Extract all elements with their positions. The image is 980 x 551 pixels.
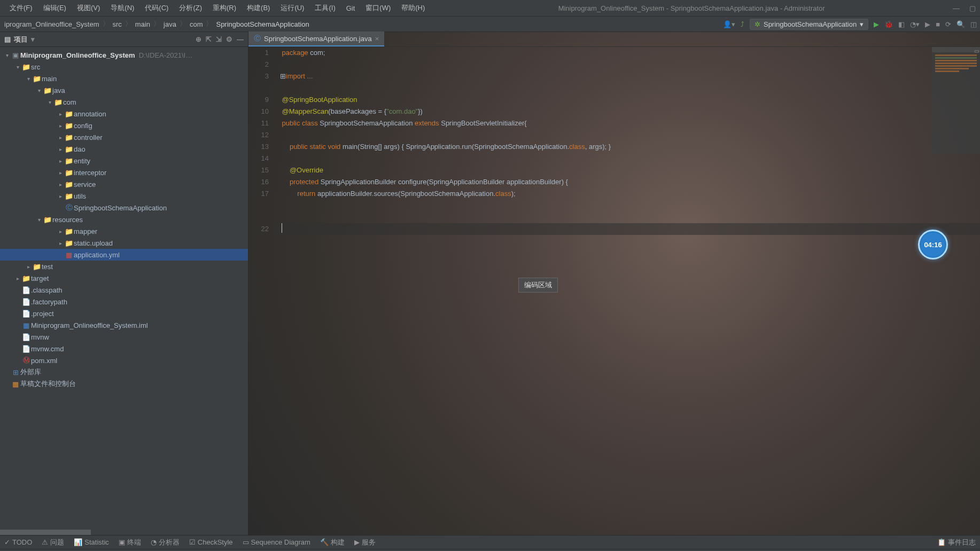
menu-file[interactable]: 文件(F)	[4, 3, 38, 13]
tree-label: Miniprogram_Onlineoffice_System	[20, 51, 135, 59]
status-bar: intelliJ IDEA2021.1.3可用 // 更新… (4 分钟 之前)…	[0, 549, 980, 551]
code-editor[interactable]: 123 910 111213 141516 17 22 package com;…	[248, 47, 980, 235]
tree-external-libraries[interactable]: ⊞外部库	[0, 366, 248, 378]
editor-area: Ⓒ SpringbootSchemaApplication.java × 123…	[248, 32, 980, 535]
horizontal-scrollbar[interactable]	[0, 530, 248, 535]
tree-folder[interactable]: ▸📁mapper	[0, 225, 248, 237]
tool-services[interactable]: ▶ 服务	[354, 538, 376, 547]
tree-label: mapper	[74, 227, 97, 235]
menu-analyze[interactable]: 分析(Z)	[174, 3, 207, 13]
tree-label: mvnw	[31, 333, 49, 341]
attach-icon[interactable]: ▶	[925, 20, 930, 28]
tree-folder-main[interactable]: ▾📁main	[0, 73, 248, 84]
menu-code[interactable]: 代码(C)	[139, 3, 174, 13]
breadcrumb-item[interactable]: SpringbootSchemaApplication	[215, 20, 310, 28]
run-configuration-selector[interactable]: ✲ SpringbootSchemaApplication ▾	[750, 19, 868, 30]
tree-file[interactable]: 📄.project	[0, 308, 248, 319]
user-icon[interactable]: 👤▾	[723, 20, 735, 28]
tree-folder-resources[interactable]: ▾📁resources	[0, 214, 248, 225]
code-minimap[interactable]: ▭	[932, 47, 980, 154]
hide-icon[interactable]: —	[237, 35, 244, 43]
breadcrumb-item[interactable]: src	[112, 20, 123, 28]
close-icon[interactable]: ×	[375, 35, 379, 43]
tree-file-pom[interactable]: Ⓜpom.xml	[0, 355, 248, 366]
menu-view[interactable]: 视图(V)	[72, 3, 105, 13]
breadcrumb-item[interactable]: main	[134, 20, 151, 28]
collapse-icon[interactable]: ⇲	[216, 35, 222, 43]
build-icon[interactable]: ⤴	[741, 20, 744, 28]
menu-window[interactable]: 窗口(W)	[360, 3, 396, 13]
tree-root[interactable]: ▾▣Miniprogram_Onlineoffice_System D:\IDE…	[0, 49, 248, 61]
tree-folder-test[interactable]: ▸📁test	[0, 261, 248, 272]
tool-sequence-diagram[interactable]: ▭ Sequence Diagram	[243, 538, 310, 546]
menu-help[interactable]: 帮助(H)	[396, 3, 430, 13]
tool-statistic[interactable]: 📊 Statistic	[74, 538, 109, 546]
menu-build[interactable]: 构建(B)	[242, 3, 275, 13]
tool-build[interactable]: 🔨 构建	[320, 538, 345, 547]
stop-icon[interactable]: ■	[936, 20, 940, 28]
tool-todo[interactable]: ✓ TODO	[4, 538, 32, 546]
expand-icon[interactable]: ⇱	[206, 35, 212, 43]
navigation-toolbar: iprogram_Onlineoffice_System〉 src〉 main〉…	[0, 16, 980, 32]
tree-label: test	[42, 263, 53, 271]
tree-label: service	[74, 180, 96, 188]
editor-tab[interactable]: Ⓒ SpringbootSchemaApplication.java ×	[248, 32, 384, 46]
tree-package-com[interactable]: ▾📁com	[0, 96, 248, 108]
tree-package[interactable]: ▸📁controller	[0, 131, 248, 143]
locate-icon[interactable]: ⊕	[196, 35, 201, 43]
debug-icon[interactable]: 🐞	[884, 20, 893, 28]
profile-icon[interactable]: ◔▾	[910, 20, 920, 28]
menu-run[interactable]: 运行(U)	[275, 3, 309, 13]
run-icon[interactable]: ▶	[874, 20, 879, 28]
tool-profiler[interactable]: ◔ 分析器	[151, 538, 180, 547]
tree-file-application-yml[interactable]: ▦application.yml	[0, 249, 248, 261]
tree-folder[interactable]: ▸📁static.upload	[0, 237, 248, 249]
tree-class-app[interactable]: ⒸSpringbootSchemaApplication	[0, 202, 248, 214]
search-icon[interactable]: 🔍	[956, 20, 965, 28]
breadcrumb-item[interactable]: com	[189, 20, 204, 28]
gear-icon[interactable]: ⚙	[226, 35, 232, 43]
tree-package[interactable]: ▸📁dao	[0, 143, 248, 155]
tool-terminal[interactable]: ▣ 终端	[119, 538, 141, 547]
maximize-icon[interactable]: ▢	[969, 4, 976, 12]
tree-package[interactable]: ▸📁interceptor	[0, 167, 248, 178]
tree-folder-src[interactable]: ▾📁src	[0, 61, 248, 73]
menu-edit[interactable]: 编辑(E)	[38, 3, 72, 13]
tree-package[interactable]: ▸📁entity	[0, 155, 248, 167]
tree-file[interactable]: 📄.factorypath	[0, 296, 248, 308]
tree-package[interactable]: ▸📁utils	[0, 190, 248, 202]
tool-problems[interactable]: ⚠ 问题	[42, 538, 64, 547]
tree-package[interactable]: ▸📁annotation	[0, 108, 248, 120]
tree-package[interactable]: ▸📁config	[0, 120, 248, 131]
minimize-icon[interactable]: —	[953, 4, 960, 12]
java-class-icon: Ⓒ	[254, 34, 261, 43]
menu-nav[interactable]: 导航(N)	[105, 3, 139, 13]
tree-file[interactable]: 📄mvnw.cmd	[0, 343, 248, 355]
breadcrumb-item[interactable]: iprogram_Onlineoffice_System	[3, 20, 100, 28]
git-update-icon[interactable]: ⟳	[945, 20, 951, 28]
tree-folder-java[interactable]: ▾📁java	[0, 84, 248, 96]
menu-refactor[interactable]: 重构(R)	[207, 3, 242, 13]
tree-label: Miniprogram_Onlineoffice_System.iml	[31, 321, 148, 329]
project-tree[interactable]: ▾▣Miniprogram_Onlineoffice_System D:\IDE…	[0, 47, 248, 530]
settings-icon[interactable]: ◫	[970, 20, 977, 28]
tree-file-iml[interactable]: ▦Miniprogram_Onlineoffice_System.iml	[0, 319, 248, 331]
tool-event-log[interactable]: 📋 事件日志	[937, 538, 976, 547]
tree-label: dao	[74, 145, 85, 153]
tree-package[interactable]: ▸📁service	[0, 178, 248, 190]
tree-path: D:\IDEA-2021\I…	[139, 51, 192, 59]
run-config-name: SpringbootSchemaApplication	[764, 20, 857, 28]
menu-tools[interactable]: 工具(I)	[309, 3, 340, 13]
menu-git[interactable]: Git	[341, 4, 361, 12]
reader-mode-icon[interactable]: ▭	[974, 48, 979, 51]
timer-badge[interactable]: 04:16	[918, 230, 948, 259]
chevron-down-icon[interactable]: ▾	[31, 35, 35, 43]
tree-file[interactable]: 📄.classpath	[0, 284, 248, 296]
tool-checkstyle[interactable]: ☑ CheckStyle	[189, 538, 233, 546]
tree-file[interactable]: 📄mvnw	[0, 331, 248, 343]
project-view-title[interactable]: 项目	[14, 35, 28, 44]
tree-folder-target[interactable]: ▸📁target	[0, 272, 248, 284]
coverage-icon[interactable]: ◧	[898, 20, 905, 28]
tree-scratches[interactable]: ▦草稿文件和控制台	[0, 378, 248, 390]
breadcrumb-item[interactable]: java	[162, 20, 177, 28]
